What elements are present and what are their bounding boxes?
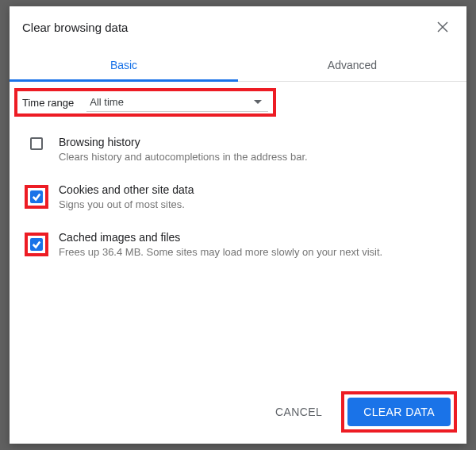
check-icon — [32, 192, 41, 202]
highlight-box: CLEAR DATA — [341, 391, 457, 433]
dialog-header: Clear browsing data — [10, 6, 466, 41]
option-browsing-history: Browsing history Clears history and auto… — [10, 129, 466, 171]
dialog-content: Time range All time Browsing history Cle… — [10, 82, 466, 380]
close-icon — [437, 21, 448, 33]
time-range-value: All time — [90, 96, 124, 108]
clear-browsing-data-dialog: Clear browsing data Basic Advanced Time … — [10, 6, 466, 444]
cache-title: Cached images and files — [59, 231, 454, 244]
cookies-desc: Signs you out of most sites. — [59, 198, 454, 212]
checkbox-wrap — [22, 136, 51, 150]
option-text: Cookies and other site data Signs you ou… — [51, 183, 454, 212]
tabs-bar: Basic Advanced — [10, 48, 466, 82]
clear-data-button[interactable]: CLEAR DATA — [347, 398, 451, 426]
chevron-down-icon — [254, 100, 262, 104]
highlight-box — [25, 185, 48, 209]
browsing-history-checkbox[interactable] — [30, 137, 43, 150]
option-cache: Cached images and files Frees up 36.4 MB… — [10, 225, 466, 266]
browsing-history-desc: Clears history and autocompletions in th… — [59, 150, 454, 164]
tab-basic[interactable]: Basic — [10, 48, 238, 81]
checkbox-wrap — [22, 231, 51, 256]
cancel-button[interactable]: CANCEL — [261, 398, 336, 426]
highlight-box — [25, 233, 48, 256]
close-button[interactable] — [435, 19, 451, 35]
cookies-checkbox[interactable] — [30, 190, 43, 203]
option-cookies: Cookies and other site data Signs you ou… — [10, 177, 466, 218]
cache-desc: Frees up 36.4 MB. Some sites may load mo… — [59, 245, 454, 260]
check-icon — [32, 240, 41, 249]
dialog-footer: CANCEL CLEAR DATA — [10, 380, 466, 444]
cache-checkbox[interactable] — [30, 238, 43, 251]
time-range-row: Time range All time — [14, 88, 276, 117]
cookies-title: Cookies and other site data — [59, 183, 454, 196]
time-range-label: Time range — [22, 97, 74, 109]
browsing-history-title: Browsing history — [59, 136, 454, 148]
option-text: Cached images and files Frees up 36.4 MB… — [51, 231, 454, 260]
time-range-select[interactable]: All time — [86, 93, 268, 112]
option-text: Browsing history Clears history and auto… — [51, 136, 454, 164]
checkbox-wrap — [22, 183, 51, 209]
tab-advanced[interactable]: Advanced — [238, 48, 466, 81]
dialog-title: Clear browsing data — [22, 21, 128, 34]
